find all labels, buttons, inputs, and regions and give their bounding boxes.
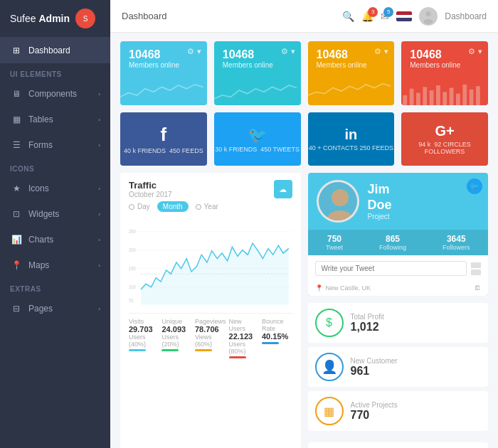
sidebar-item-forms[interactable]: ☰ Forms ›	[0, 132, 110, 158]
dropdown-icon[interactable]: ▾	[291, 47, 295, 56]
sidebar-item-components[interactable]: 🖥 Components ›	[0, 81, 110, 107]
projects-label: Active Projects	[351, 401, 482, 409]
stat-label-3: Members online	[410, 61, 480, 69]
stat-pageviews: Pageviews 78.706 Views (60%)	[195, 318, 226, 358]
messages-icon[interactable]: ✉ 5	[381, 11, 389, 22]
cloud-button[interactable]: ☁	[274, 180, 292, 198]
tweet-location: 📍 New Castle, UK 🗓	[308, 282, 489, 296]
tweet-scroll-down[interactable]	[471, 270, 481, 275]
svg-text:50: 50	[129, 298, 134, 303]
sidebar-item-icons[interactable]: ★ Icons ›	[0, 176, 110, 201]
gear-icon[interactable]: ⚙	[187, 47, 194, 56]
arrow-icon: ›	[98, 117, 100, 123]
dropdown-icon[interactable]: ▾	[197, 47, 201, 56]
maps-label: Maps	[28, 260, 49, 270]
profile-avatar	[317, 180, 359, 223]
svg-point-1	[424, 18, 433, 23]
sidebar-item-pages[interactable]: ⊟ Pages ›	[0, 296, 110, 321]
social-card-facebook[interactable]: f 40 k FRIENDS 450 FEEDS	[120, 112, 207, 166]
gear-icon[interactable]: ⚙	[374, 47, 381, 56]
social-card-linkedin[interactable]: in 40 + CONTACTS 250 FEEDS	[308, 112, 395, 166]
gear-icon[interactable]: ⚙	[468, 47, 475, 56]
stat-visits: Visits 29.703 Users (40%)	[129, 318, 159, 358]
stat-newusers: New Users 22.123 Users (80%)	[229, 318, 259, 358]
location-icon2: 🗓	[475, 284, 481, 292]
svg-point-0	[426, 11, 431, 16]
sidebar-item-charts[interactable]: 📊 Charts ›	[0, 227, 110, 252]
svg-rect-12	[470, 90, 474, 105]
newusers-value: 22.123	[229, 332, 259, 341]
location-text: New Castle, UK	[326, 284, 371, 292]
notifications-icon[interactable]: 🔔 3	[361, 11, 374, 22]
stat-card-2: 10468 Members online ⚙ ▾	[308, 41, 395, 105]
sidebar-dashboard-label: Dashboard	[28, 46, 70, 55]
notification-badge: 3	[368, 7, 378, 17]
facebook-icon: f	[161, 124, 167, 146]
profit-circle: $	[315, 309, 344, 337]
unique-bar	[161, 349, 179, 351]
dropdown-icon[interactable]: ▾	[478, 47, 482, 56]
tab-month[interactable]: Month	[157, 201, 189, 212]
svg-rect-6	[430, 90, 434, 105]
chart-area: 250 200 150 100 50	[129, 216, 292, 309]
arrow-icon: ›	[98, 91, 100, 97]
dropdown-icon[interactable]: ▾	[384, 47, 388, 56]
topbar-actions: 🔍 🔔 3 ✉ 5 Dashboard	[342, 7, 487, 26]
tab-year[interactable]: Year	[196, 201, 218, 212]
profit-label: Total Profit	[351, 313, 482, 321]
facebook-stats: 40 k FRIENDS 450 FEEDS	[124, 147, 203, 154]
visits-label: Visits	[129, 318, 159, 325]
arrow-icon: ›	[98, 262, 100, 269]
traffic-title: Traffic	[129, 180, 172, 191]
gear-icon[interactable]: ⚙	[281, 47, 288, 56]
visits-value: 29.703	[129, 325, 159, 334]
tab-dot-day	[129, 204, 134, 210]
forms-icon: ☰	[10, 139, 23, 151]
tweet-scroll-up[interactable]	[471, 262, 481, 268]
page-title: Dashboard	[122, 11, 342, 21]
unique-value: 24.093	[161, 325, 192, 334]
followers-count: 3645	[443, 234, 470, 244]
profile-stat-followers: 3645 Followers	[443, 234, 470, 251]
tab-day[interactable]: Day	[129, 201, 150, 212]
bounce-label: Bounce Rate	[262, 318, 292, 332]
arrow-icon: ›	[98, 186, 100, 192]
avatar[interactable]	[419, 7, 438, 26]
twitter-icon: 🐦	[248, 126, 267, 144]
location-icon: 📍	[315, 284, 323, 292]
traffic-chart: 250 200 150 100 50	[129, 216, 292, 309]
metric-card-projects: ▦ Active Projects 770	[308, 391, 489, 431]
pageviews-bar	[195, 349, 212, 351]
newusers-bar	[229, 356, 246, 358]
svg-rect-13	[476, 86, 480, 105]
sidebar-item-widgets[interactable]: ⊡ Widgets ›	[0, 201, 110, 227]
tab-day-label: Day	[137, 203, 150, 210]
sidebar-item-maps[interactable]: 📍 Maps ›	[0, 252, 110, 278]
profile-twitter-icon: 🐦	[467, 178, 482, 194]
stat-label-1: Members online	[223, 61, 292, 69]
icons-label: Icons	[28, 183, 49, 193]
charts-icon: 📊	[10, 233, 23, 246]
components-label: Components	[28, 89, 77, 99]
social-card-google[interactable]: G+ 94 k 92 CIRCLESFOLLOWERS	[401, 112, 488, 166]
stat-icons-3: ⚙ ▾	[468, 47, 482, 56]
search-icon[interactable]: 🔍	[342, 11, 354, 22]
section-label-ui: UI ELEMENTS	[0, 63, 110, 81]
sidebar: Sufee Admin S ⊞ Dashboard UI ELEMENTS 🖥 …	[0, 0, 110, 448]
stat-label-0: Members online	[129, 61, 198, 69]
sidebar-item-tables[interactable]: ▦ Tables ›	[0, 107, 110, 132]
profile-stats: 750 Tweet 865 Following 3645 Followers	[308, 230, 489, 255]
visits-bar	[129, 349, 146, 351]
pageviews-sub: Views (60%)	[195, 334, 226, 348]
pages-icon: ⊟	[10, 302, 23, 315]
sidebar-item-dashboard[interactable]: ⊞ Dashboard	[0, 38, 110, 63]
unique-label: Unique	[161, 318, 192, 325]
social-card-twitter[interactable]: 🐦 30 k FRIENDS 450 TWEETS	[214, 112, 301, 166]
tables-label: Tables	[28, 114, 53, 124]
tab-year-label: Year	[204, 203, 218, 210]
newusers-sub: Users (80%)	[229, 341, 259, 355]
tweet-input[interactable]	[315, 261, 467, 276]
right-column: JimDoe Project 🐦 750 Tweet 865 Following	[308, 173, 489, 448]
bottom-row: Traffic October 2017 ☁ Day Month	[120, 173, 488, 448]
twitter-stats: 30 k FRIENDS 450 TWEETS	[215, 146, 300, 153]
